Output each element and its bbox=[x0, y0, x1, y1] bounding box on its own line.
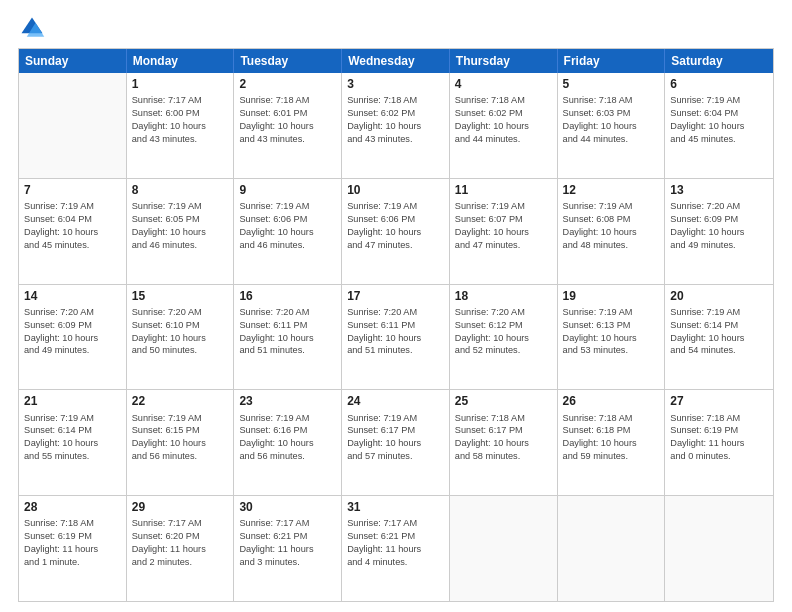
day-number: 7 bbox=[24, 182, 121, 198]
calendar-cell: 30Sunrise: 7:17 AM Sunset: 6:21 PM Dayli… bbox=[234, 496, 342, 601]
day-info: Sunrise: 7:19 AM Sunset: 6:07 PM Dayligh… bbox=[455, 200, 552, 252]
day-number: 23 bbox=[239, 393, 336, 409]
calendar-week-row: 1Sunrise: 7:17 AM Sunset: 6:00 PM Daylig… bbox=[19, 73, 773, 178]
calendar-header-cell: Monday bbox=[127, 49, 235, 73]
day-number: 27 bbox=[670, 393, 768, 409]
calendar-cell: 31Sunrise: 7:17 AM Sunset: 6:21 PM Dayli… bbox=[342, 496, 450, 601]
day-number: 22 bbox=[132, 393, 229, 409]
logo bbox=[18, 14, 50, 42]
day-number: 21 bbox=[24, 393, 121, 409]
day-info: Sunrise: 7:20 AM Sunset: 6:09 PM Dayligh… bbox=[24, 306, 121, 358]
calendar-cell: 22Sunrise: 7:19 AM Sunset: 6:15 PM Dayli… bbox=[127, 390, 235, 495]
day-number: 15 bbox=[132, 288, 229, 304]
calendar-cell: 25Sunrise: 7:18 AM Sunset: 6:17 PM Dayli… bbox=[450, 390, 558, 495]
calendar-cell bbox=[665, 496, 773, 601]
day-info: Sunrise: 7:20 AM Sunset: 6:12 PM Dayligh… bbox=[455, 306, 552, 358]
calendar-cell: 10Sunrise: 7:19 AM Sunset: 6:06 PM Dayli… bbox=[342, 179, 450, 284]
day-info: Sunrise: 7:19 AM Sunset: 6:17 PM Dayligh… bbox=[347, 412, 444, 464]
day-number: 31 bbox=[347, 499, 444, 515]
calendar-cell: 8Sunrise: 7:19 AM Sunset: 6:05 PM Daylig… bbox=[127, 179, 235, 284]
calendar-cell: 28Sunrise: 7:18 AM Sunset: 6:19 PM Dayli… bbox=[19, 496, 127, 601]
calendar-cell: 14Sunrise: 7:20 AM Sunset: 6:09 PM Dayli… bbox=[19, 285, 127, 390]
day-info: Sunrise: 7:18 AM Sunset: 6:02 PM Dayligh… bbox=[347, 94, 444, 146]
day-info: Sunrise: 7:19 AM Sunset: 6:13 PM Dayligh… bbox=[563, 306, 660, 358]
day-info: Sunrise: 7:17 AM Sunset: 6:20 PM Dayligh… bbox=[132, 517, 229, 569]
calendar-header-cell: Wednesday bbox=[342, 49, 450, 73]
day-info: Sunrise: 7:19 AM Sunset: 6:14 PM Dayligh… bbox=[670, 306, 768, 358]
calendar-cell: 15Sunrise: 7:20 AM Sunset: 6:10 PM Dayli… bbox=[127, 285, 235, 390]
calendar-cell: 16Sunrise: 7:20 AM Sunset: 6:11 PM Dayli… bbox=[234, 285, 342, 390]
calendar-cell: 29Sunrise: 7:17 AM Sunset: 6:20 PM Dayli… bbox=[127, 496, 235, 601]
calendar-cell: 12Sunrise: 7:19 AM Sunset: 6:08 PM Dayli… bbox=[558, 179, 666, 284]
day-number: 10 bbox=[347, 182, 444, 198]
calendar-cell: 21Sunrise: 7:19 AM Sunset: 6:14 PM Dayli… bbox=[19, 390, 127, 495]
calendar-cell bbox=[19, 73, 127, 178]
day-info: Sunrise: 7:20 AM Sunset: 6:10 PM Dayligh… bbox=[132, 306, 229, 358]
day-info: Sunrise: 7:20 AM Sunset: 6:11 PM Dayligh… bbox=[239, 306, 336, 358]
calendar-body: 1Sunrise: 7:17 AM Sunset: 6:00 PM Daylig… bbox=[19, 73, 773, 601]
calendar-cell: 7Sunrise: 7:19 AM Sunset: 6:04 PM Daylig… bbox=[19, 179, 127, 284]
day-info: Sunrise: 7:20 AM Sunset: 6:11 PM Dayligh… bbox=[347, 306, 444, 358]
header bbox=[18, 14, 774, 42]
calendar-cell: 4Sunrise: 7:18 AM Sunset: 6:02 PM Daylig… bbox=[450, 73, 558, 178]
day-info: Sunrise: 7:18 AM Sunset: 6:19 PM Dayligh… bbox=[24, 517, 121, 569]
calendar-week-row: 14Sunrise: 7:20 AM Sunset: 6:09 PM Dayli… bbox=[19, 284, 773, 390]
day-number: 1 bbox=[132, 76, 229, 92]
calendar-header-cell: Thursday bbox=[450, 49, 558, 73]
calendar-cell: 26Sunrise: 7:18 AM Sunset: 6:18 PM Dayli… bbox=[558, 390, 666, 495]
day-number: 16 bbox=[239, 288, 336, 304]
day-number: 12 bbox=[563, 182, 660, 198]
calendar-header-row: SundayMondayTuesdayWednesdayThursdayFrid… bbox=[19, 49, 773, 73]
day-info: Sunrise: 7:19 AM Sunset: 6:08 PM Dayligh… bbox=[563, 200, 660, 252]
day-number: 17 bbox=[347, 288, 444, 304]
calendar-cell: 24Sunrise: 7:19 AM Sunset: 6:17 PM Dayli… bbox=[342, 390, 450, 495]
day-number: 25 bbox=[455, 393, 552, 409]
calendar-cell: 3Sunrise: 7:18 AM Sunset: 6:02 PM Daylig… bbox=[342, 73, 450, 178]
day-info: Sunrise: 7:18 AM Sunset: 6:18 PM Dayligh… bbox=[563, 412, 660, 464]
day-info: Sunrise: 7:19 AM Sunset: 6:15 PM Dayligh… bbox=[132, 412, 229, 464]
day-number: 4 bbox=[455, 76, 552, 92]
day-number: 9 bbox=[239, 182, 336, 198]
day-info: Sunrise: 7:19 AM Sunset: 6:04 PM Dayligh… bbox=[670, 94, 768, 146]
page: SundayMondayTuesdayWednesdayThursdayFrid… bbox=[0, 0, 792, 612]
calendar-week-row: 28Sunrise: 7:18 AM Sunset: 6:19 PM Dayli… bbox=[19, 495, 773, 601]
day-number: 24 bbox=[347, 393, 444, 409]
day-number: 3 bbox=[347, 76, 444, 92]
calendar-week-row: 7Sunrise: 7:19 AM Sunset: 6:04 PM Daylig… bbox=[19, 178, 773, 284]
day-number: 2 bbox=[239, 76, 336, 92]
calendar-cell: 2Sunrise: 7:18 AM Sunset: 6:01 PM Daylig… bbox=[234, 73, 342, 178]
calendar-cell: 17Sunrise: 7:20 AM Sunset: 6:11 PM Dayli… bbox=[342, 285, 450, 390]
calendar-cell: 9Sunrise: 7:19 AM Sunset: 6:06 PM Daylig… bbox=[234, 179, 342, 284]
day-number: 18 bbox=[455, 288, 552, 304]
day-info: Sunrise: 7:18 AM Sunset: 6:17 PM Dayligh… bbox=[455, 412, 552, 464]
calendar-cell bbox=[558, 496, 666, 601]
day-number: 19 bbox=[563, 288, 660, 304]
calendar-cell: 5Sunrise: 7:18 AM Sunset: 6:03 PM Daylig… bbox=[558, 73, 666, 178]
day-info: Sunrise: 7:18 AM Sunset: 6:01 PM Dayligh… bbox=[239, 94, 336, 146]
calendar-cell: 23Sunrise: 7:19 AM Sunset: 6:16 PM Dayli… bbox=[234, 390, 342, 495]
calendar-cell: 6Sunrise: 7:19 AM Sunset: 6:04 PM Daylig… bbox=[665, 73, 773, 178]
calendar-cell: 18Sunrise: 7:20 AM Sunset: 6:12 PM Dayli… bbox=[450, 285, 558, 390]
day-info: Sunrise: 7:17 AM Sunset: 6:21 PM Dayligh… bbox=[347, 517, 444, 569]
day-info: Sunrise: 7:19 AM Sunset: 6:05 PM Dayligh… bbox=[132, 200, 229, 252]
day-info: Sunrise: 7:20 AM Sunset: 6:09 PM Dayligh… bbox=[670, 200, 768, 252]
logo-icon bbox=[18, 14, 46, 42]
day-info: Sunrise: 7:18 AM Sunset: 6:19 PM Dayligh… bbox=[670, 412, 768, 464]
day-info: Sunrise: 7:19 AM Sunset: 6:16 PM Dayligh… bbox=[239, 412, 336, 464]
day-number: 11 bbox=[455, 182, 552, 198]
calendar-cell: 19Sunrise: 7:19 AM Sunset: 6:13 PM Dayli… bbox=[558, 285, 666, 390]
calendar-week-row: 21Sunrise: 7:19 AM Sunset: 6:14 PM Dayli… bbox=[19, 389, 773, 495]
calendar-cell: 20Sunrise: 7:19 AM Sunset: 6:14 PM Dayli… bbox=[665, 285, 773, 390]
calendar-cell: 13Sunrise: 7:20 AM Sunset: 6:09 PM Dayli… bbox=[665, 179, 773, 284]
calendar-header-cell: Sunday bbox=[19, 49, 127, 73]
day-info: Sunrise: 7:18 AM Sunset: 6:03 PM Dayligh… bbox=[563, 94, 660, 146]
calendar-header-cell: Saturday bbox=[665, 49, 773, 73]
day-info: Sunrise: 7:17 AM Sunset: 6:21 PM Dayligh… bbox=[239, 517, 336, 569]
day-number: 13 bbox=[670, 182, 768, 198]
day-number: 26 bbox=[563, 393, 660, 409]
day-number: 30 bbox=[239, 499, 336, 515]
day-info: Sunrise: 7:19 AM Sunset: 6:04 PM Dayligh… bbox=[24, 200, 121, 252]
day-number: 20 bbox=[670, 288, 768, 304]
calendar-cell bbox=[450, 496, 558, 601]
calendar-cell: 27Sunrise: 7:18 AM Sunset: 6:19 PM Dayli… bbox=[665, 390, 773, 495]
